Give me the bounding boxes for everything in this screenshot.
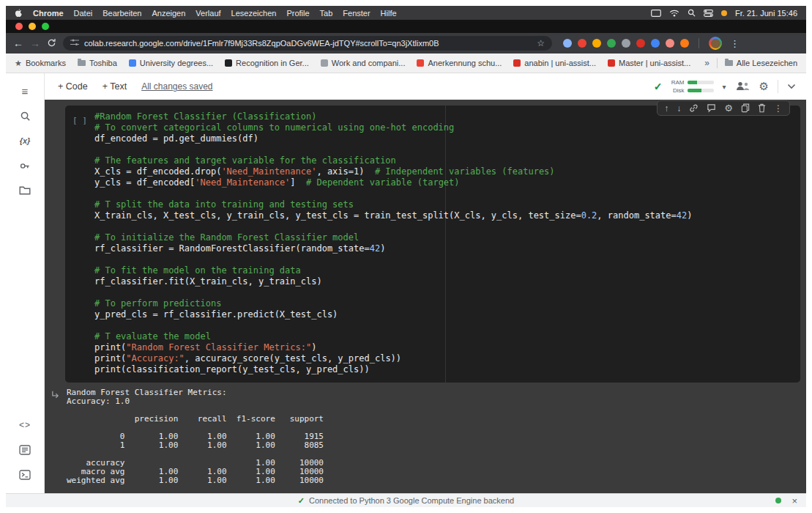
menu-item-hilfe[interactable]: Hilfe: [381, 9, 397, 18]
code-line[interactable]: y_cls = df_encoded['Need_Maintenance'] #…: [94, 177, 692, 188]
link-icon[interactable]: [689, 103, 699, 113]
secrets-key-icon[interactable]: [6, 153, 44, 178]
code-line[interactable]: print("Random Forest Classifier Metrics:…: [94, 342, 692, 353]
menu-item-bearbeiten[interactable]: Bearbeiten: [103, 9, 141, 18]
more-options-icon[interactable]: ⋮: [774, 104, 783, 113]
spotlight-search-icon[interactable]: [688, 9, 696, 17]
code-line[interactable]: rf_classifier = RandomForestClassifier(r…: [94, 243, 692, 254]
extension-icon[interactable]: [578, 39, 586, 48]
code-line[interactable]: df_encoded = pd.get_dummies(df): [94, 133, 692, 144]
bookmark-item[interactable]: University degrees...: [129, 59, 213, 67]
gear-icon[interactable]: ⚙: [724, 103, 733, 113]
site-info-icon[interactable]: [70, 39, 79, 48]
run-cell-button[interactable]: [ ]: [72, 116, 87, 125]
menu-item-lesezeichen[interactable]: Lesezeichen: [231, 9, 277, 18]
code-line[interactable]: # To perform predictions: [94, 298, 692, 309]
code-area[interactable]: #Random Forest Classifier (Classificatio…: [94, 111, 692, 375]
bookmark-item[interactable]: ★Bookmarks: [15, 59, 66, 68]
code-line[interactable]: y_pred_cls = rf_classifier.predict(X_tes…: [94, 309, 692, 320]
comment-icon[interactable]: [707, 103, 716, 113]
menu-item-datei[interactable]: Datei: [74, 9, 93, 18]
profile-avatar[interactable]: [709, 37, 722, 50]
command-palette-icon[interactable]: [6, 438, 44, 462]
extension-icon[interactable]: [607, 39, 616, 48]
menu-item-profile[interactable]: Profile: [286, 9, 309, 18]
extension-icon[interactable]: [666, 39, 674, 48]
variables-icon[interactable]: {x}: [6, 128, 44, 153]
delete-cell-icon[interactable]: [758, 103, 766, 113]
code-line[interactable]: # To initialize the Random Forest Classi…: [94, 232, 692, 243]
code-line[interactable]: X_train_cls, X_test_cls, y_train_cls, y_…: [94, 210, 692, 221]
code-line[interactable]: [94, 287, 692, 298]
copy-cell-icon[interactable]: [741, 103, 750, 113]
add-code-button[interactable]: + Code: [58, 81, 88, 92]
extension-icon[interactable]: [563, 39, 572, 48]
output-indicator-icon[interactable]: [47, 388, 64, 400]
code-line[interactable]: [94, 144, 692, 155]
minimize-window-button[interactable]: [29, 23, 36, 30]
code-snippets-icon[interactable]: <>: [6, 413, 44, 438]
code-line[interactable]: #Random Forest Classifier (Classificatio…: [94, 111, 692, 122]
files-folder-icon[interactable]: [6, 178, 44, 203]
wifi-icon[interactable]: [669, 10, 679, 17]
move-cell-up-icon[interactable]: ↑: [664, 104, 668, 113]
bookmark-item[interactable]: anabin | uni-assist...: [513, 59, 596, 67]
terminal-icon[interactable]: [6, 462, 44, 487]
code-line[interactable]: [94, 221, 692, 232]
code-line[interactable]: print("Accuracy:", accuracy_score(y_test…: [94, 353, 692, 364]
close-statusbar-button[interactable]: ×: [791, 495, 797, 506]
bookmark-star-icon[interactable]: ☆: [537, 38, 545, 48]
display-icon[interactable]: [651, 10, 661, 17]
menu-item-tab[interactable]: Tab: [320, 9, 333, 18]
resources-widget[interactable]: RAM Disk: [671, 79, 714, 94]
extension-icon[interactable]: [592, 39, 601, 48]
bookmark-item[interactable]: Recognition in Ger...: [225, 59, 309, 67]
code-line[interactable]: # To convert categorical columns to nume…: [94, 122, 692, 133]
menubar-clock[interactable]: Fr. 21. Juni 15:46: [735, 9, 797, 18]
menu-item-verlauf[interactable]: Verlauf: [195, 9, 220, 18]
code-line[interactable]: [94, 188, 692, 199]
extension-icon[interactable]: [680, 39, 689, 48]
code-line[interactable]: # The features and target variable for t…: [94, 155, 692, 166]
extension-icon[interactable]: [651, 39, 660, 48]
url-bar[interactable]: colab.research.google.com/drive/1Fmlr7f9…: [63, 36, 552, 51]
extension-icon[interactable]: [622, 39, 630, 48]
url-text[interactable]: colab.research.google.com/drive/1Fmlr7f9…: [84, 39, 532, 48]
code-line[interactable]: # T evaluate the model: [94, 331, 692, 342]
menu-item-fenster[interactable]: Fenster: [343, 9, 370, 18]
settings-gear-icon[interactable]: ⚙: [759, 80, 769, 93]
reload-button[interactable]: [47, 38, 56, 49]
bookmark-item[interactable]: Anerkennung schu...: [417, 59, 502, 67]
forward-button[interactable]: →: [30, 38, 40, 48]
code-line[interactable]: # T split the data into training and tes…: [94, 199, 692, 210]
search-icon[interactable]: [6, 103, 44, 128]
all-bookmarks-button[interactable]: Alle Lesezeichen: [725, 59, 797, 67]
collapse-header-icon[interactable]: [787, 81, 796, 92]
save-status[interactable]: All changes saved: [141, 81, 212, 92]
code-line[interactable]: rf_classifier.fit(X_train_cls, y_train_c…: [94, 276, 692, 287]
add-text-button[interactable]: + Text: [103, 81, 127, 92]
code-line[interactable]: X_cls = df_encoded.drop('Need_Maintenanc…: [94, 166, 692, 177]
share-users-icon[interactable]: [735, 81, 750, 93]
code-cell[interactable]: ↑ ↓ ⚙: [65, 106, 800, 383]
code-line[interactable]: # To fit the model on the training data: [94, 265, 692, 276]
menu-item-chrome[interactable]: Chrome: [33, 9, 64, 18]
zoom-window-button[interactable]: [42, 23, 49, 30]
code-line[interactable]: [94, 254, 692, 265]
resources-caret-icon[interactable]: ▾: [723, 83, 726, 91]
apple-menu-icon[interactable]: [15, 8, 23, 18]
code-line[interactable]: print(classification_report(y_test_cls, …: [94, 364, 692, 375]
bookmark-item[interactable]: Master | uni-assist...: [608, 59, 690, 67]
browser-menu-button[interactable]: ⋮: [729, 38, 741, 49]
table-of-contents-icon[interactable]: ≡: [6, 78, 44, 103]
extension-icon[interactable]: [636, 39, 645, 48]
code-line[interactable]: [94, 320, 692, 331]
control-center-icon[interactable]: [704, 10, 713, 17]
menu-item-anzeigen[interactable]: Anzeigen: [152, 9, 185, 18]
close-window-button[interactable]: [15, 23, 23, 30]
bookmarks-overflow-button[interactable]: »: [704, 58, 709, 68]
bookmark-item[interactable]: Toshiba: [78, 59, 117, 67]
bookmark-item[interactable]: Work and compani...: [321, 59, 406, 67]
back-button[interactable]: ←: [13, 38, 23, 48]
move-cell-down-icon[interactable]: ↓: [677, 104, 681, 113]
